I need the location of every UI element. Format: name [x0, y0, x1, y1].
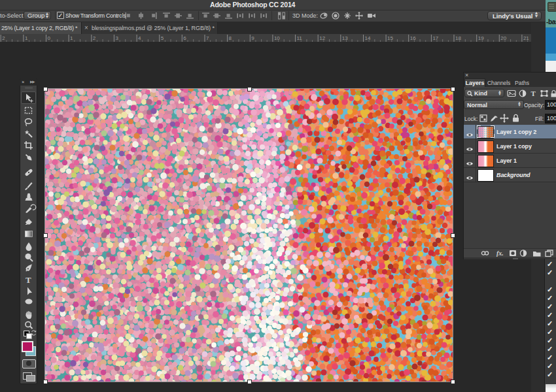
svg-text:5: 5 — [161, 35, 164, 41]
svg-text:6: 6 — [183, 35, 186, 41]
svg-text:8: 8 — [229, 35, 232, 41]
svg-text:11: 11 — [297, 35, 303, 41]
svg-text:1: 1 — [25, 35, 28, 41]
svg-text:2: 2 — [93, 35, 96, 41]
svg-text:14: 14 — [365, 35, 371, 41]
svg-text:13: 13 — [342, 35, 348, 41]
svg-text:21: 21 — [523, 35, 529, 41]
svg-text:3: 3 — [115, 35, 118, 41]
svg-text:15: 15 — [387, 35, 393, 41]
svg-text:20: 20 — [500, 35, 506, 41]
svg-text:10: 10 — [274, 35, 280, 41]
svg-text:2: 2 — [2, 35, 5, 41]
svg-text:9: 9 — [251, 35, 254, 41]
svg-text:0: 0 — [48, 35, 51, 41]
svg-text:18: 18 — [455, 35, 461, 41]
svg-text:T: T — [531, 90, 536, 97]
svg-text:4: 4 — [138, 35, 141, 41]
svg-text:fx.: fx. — [496, 250, 504, 257]
svg-text:19: 19 — [478, 35, 484, 41]
svg-text:17: 17 — [432, 35, 438, 41]
svg-text:T: T — [26, 275, 31, 285]
svg-text:16: 16 — [410, 35, 416, 41]
svg-text:7: 7 — [206, 35, 209, 41]
svg-text:1: 1 — [70, 35, 73, 41]
svg-text:12: 12 — [319, 35, 325, 41]
